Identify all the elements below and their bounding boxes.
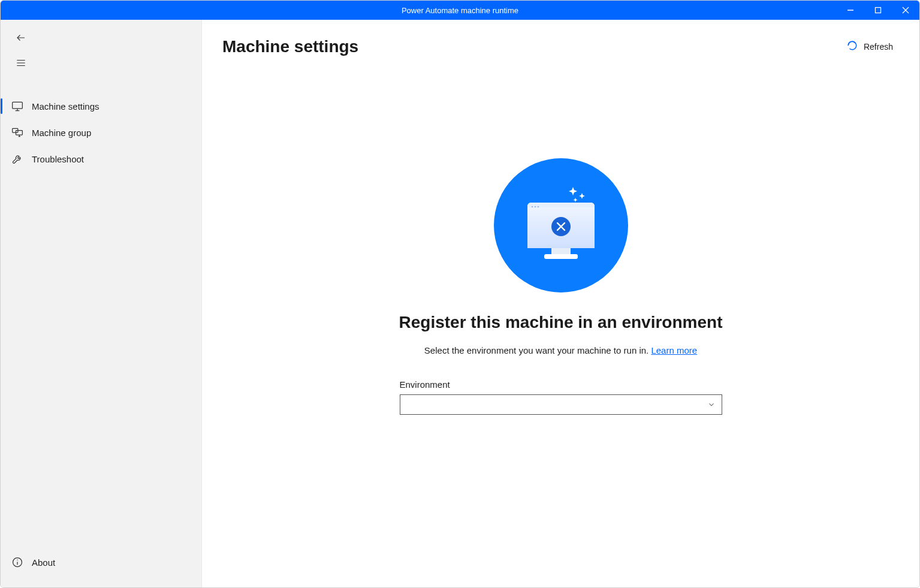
svg-point-23: [537, 206, 539, 208]
svg-point-22: [534, 206, 536, 208]
back-button[interactable]: [11, 28, 31, 47]
wrench-icon: [11, 153, 23, 165]
main-panel: Machine settings Refresh: [202, 20, 919, 587]
monitor-illustration-icon: [513, 177, 609, 273]
refresh-label: Refresh: [864, 42, 893, 52]
content-center: Register this machine in an environment …: [222, 80, 899, 587]
svg-rect-8: [13, 102, 23, 108]
sidebar-item-troubleshoot[interactable]: Troubleshoot: [1, 146, 201, 172]
sidebar-item-machine-settings[interactable]: Machine settings: [1, 93, 201, 119]
titlebar: Power Automate machine runtime: [1, 1, 919, 20]
sidebar-item-label: Machine settings: [32, 101, 99, 111]
svg-point-21: [531, 206, 533, 208]
svg-rect-25: [544, 254, 578, 259]
sidebar-item-label: Troubleshoot: [32, 154, 84, 164]
app-body: Machine settings Machine group Troublesh…: [1, 20, 919, 587]
page-title: Machine settings: [222, 37, 358, 56]
refresh-icon: [847, 40, 858, 53]
minimize-icon: [847, 7, 854, 14]
environment-label: Environment: [400, 379, 722, 390]
arrow-left-icon: [16, 32, 26, 43]
hero-illustration: [494, 158, 628, 293]
window-title: Power Automate machine runtime: [402, 6, 518, 15]
hamburger-button[interactable]: [11, 53, 31, 73]
maximize-icon: [874, 7, 882, 14]
maximize-button[interactable]: [864, 1, 892, 20]
machine-group-icon: [11, 126, 23, 138]
sidebar-nav: Machine settings Machine group Troublesh…: [1, 82, 201, 172]
sidebar-top: [1, 20, 201, 82]
refresh-button[interactable]: Refresh: [841, 37, 899, 56]
register-subtext: Select the environment you want your mac…: [424, 345, 697, 355]
learn-more-link[interactable]: Learn more: [651, 345, 697, 355]
sidebar-item-about[interactable]: About: [1, 549, 201, 575]
sidebar-item-label: About: [32, 557, 55, 568]
close-icon: [902, 7, 909, 14]
svg-rect-1: [876, 8, 881, 13]
svg-point-17: [17, 560, 17, 560]
sidebar-item-machine-group[interactable]: Machine group: [1, 119, 201, 146]
main-header: Machine settings Refresh: [222, 37, 899, 56]
sidebar: Machine settings Machine group Troublesh…: [1, 20, 202, 587]
environment-dropdown[interactable]: [400, 394, 722, 415]
register-heading: Register this machine in an environment: [399, 313, 723, 332]
window-controls: [837, 1, 919, 20]
chevron-down-icon: [707, 400, 716, 409]
minimize-button[interactable]: [837, 1, 864, 20]
hamburger-icon: [16, 58, 26, 68]
sidebar-footer: About: [1, 542, 201, 587]
register-subtext-text: Select the environment you want your mac…: [424, 345, 651, 355]
sidebar-item-label: Machine group: [32, 128, 91, 138]
app-window: Power Automate machine runtime: [0, 0, 920, 588]
close-button[interactable]: [892, 1, 919, 20]
svg-rect-24: [551, 248, 571, 254]
desktop-icon: [11, 100, 23, 112]
environment-block: Environment: [400, 379, 722, 415]
info-icon: [11, 556, 23, 568]
